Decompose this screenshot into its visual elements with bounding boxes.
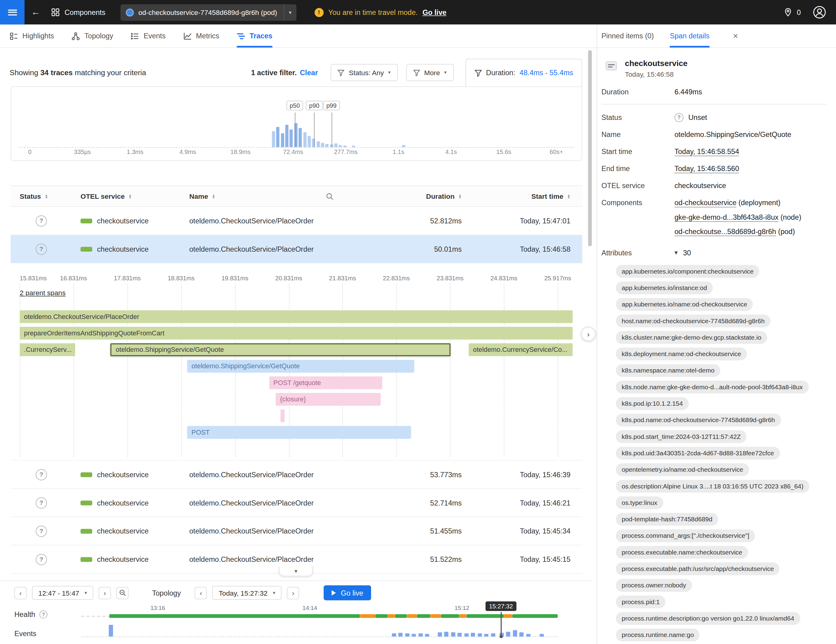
vertical-scrollbar[interactable] bbox=[588, 50, 592, 246]
timeline-chart[interactable]: 13:1614:1415:12 15:27:32 bbox=[81, 602, 558, 643]
tab-pinned-items[interactable]: Pinned items (0) bbox=[601, 24, 654, 47]
attribute-pill[interactable]: app.kubernetes.io/component:checkoutserv… bbox=[616, 265, 759, 278]
attribute-pill[interactable]: process.pid:1 bbox=[616, 596, 666, 608]
attribute-pill[interactable]: process.runtime.name:go bbox=[616, 628, 700, 641]
clear-filters-link[interactable]: Clear bbox=[300, 68, 318, 77]
trace-duration-cell: 50.01ms bbox=[359, 245, 466, 253]
trace-table-row[interactable]: ?checkoutserviceoteldemo.CheckoutService… bbox=[11, 207, 582, 235]
attribute-pill[interactable]: k8s.cluster.name:gke-demo-dev.gcp.stacks… bbox=[616, 331, 767, 344]
attribute-pill[interactable]: pod-template-hash:77458d689d bbox=[616, 513, 718, 526]
column-header-duration[interactable]: Duration ▲▼ bbox=[359, 192, 466, 200]
sort-icon[interactable]: ▲▼ bbox=[567, 193, 570, 199]
attribute-pill[interactable]: k8s.pod.ip:10.1.2.154 bbox=[616, 397, 689, 410]
panel-collapse-button[interactable]: › bbox=[581, 327, 596, 341]
timestamp-dropdown[interactable]: Today, 15:27:32 ▾ bbox=[212, 586, 282, 600]
chevron-down-icon[interactable]: ▾ bbox=[674, 248, 678, 258]
timestamp-prev-button[interactable]: ‹ bbox=[195, 587, 207, 599]
gantt-span[interactable]: oteldemo.ShippingService/GetQuote bbox=[187, 360, 414, 373]
gantt-span[interactable] bbox=[281, 409, 285, 422]
attribute-pill[interactable]: os.description:Alpine Linux 3....t 18 03… bbox=[616, 480, 810, 493]
gantt-time-label: 15.831ms bbox=[20, 275, 47, 282]
parent-spans-link[interactable]: 2 parent spans bbox=[20, 289, 66, 297]
sort-icon[interactable]: ▲▼ bbox=[45, 193, 48, 199]
pod-selector-dropdown[interactable]: od-checkoutservice-77458d689d-g8r6h (pod… bbox=[120, 4, 296, 20]
time-range-next-button[interactable]: › bbox=[99, 587, 111, 599]
tab-topology[interactable]: Topology bbox=[72, 24, 113, 47]
duration-histogram[interactable]: p50p90p99 0335µs1.3ms4.9ms18.9ms72.4ms27… bbox=[11, 86, 582, 161]
gantt-span[interactable]: oteldemo.CheckoutService/PlaceOrder bbox=[20, 310, 573, 323]
attribute-pill[interactable]: process.executable.name:checkoutservice bbox=[616, 546, 748, 559]
attribute-pill[interactable]: host.name:od-checkoutservice-77458d689d-… bbox=[616, 315, 771, 328]
trace-table-row[interactable]: ?checkoutserviceoteldemo.CheckoutService… bbox=[11, 460, 582, 489]
status-filter-dropdown[interactable]: Status: Any ▾ bbox=[331, 64, 397, 81]
gantt-span[interactable]: prepareOrderItemsAndShippingQuoteFromCar… bbox=[20, 327, 573, 340]
attribute-pill[interactable]: app.kubernetes.io/name:od-checkoutservic… bbox=[616, 298, 753, 311]
attribute-pill[interactable]: process.owner:nobody bbox=[616, 579, 692, 592]
tab-metrics[interactable]: Metrics bbox=[183, 24, 219, 47]
attribute-pill[interactable]: process.command_args:["./checkoutservice… bbox=[616, 529, 755, 542]
back-button[interactable]: ← bbox=[24, 7, 47, 18]
column-header-otel-service[interactable]: OTEL service ▲▼ bbox=[71, 192, 181, 200]
user-avatar[interactable] bbox=[813, 5, 826, 20]
column-header-start-time[interactable]: Start time ▲▼ bbox=[466, 192, 582, 200]
attribute-pill[interactable]: k8s.deployment.name:od-checkoutservice bbox=[616, 347, 747, 360]
sort-icon[interactable]: ▲▼ bbox=[129, 193, 132, 199]
go-live-button[interactable]: Go live bbox=[324, 585, 371, 600]
attribute-pill[interactable]: k8s.pod.name:od-checkoutservice-77458d68… bbox=[616, 414, 781, 426]
menu-button[interactable] bbox=[0, 0, 24, 24]
close-icon[interactable]: × bbox=[733, 24, 738, 47]
column-header-status[interactable]: Status ▲▼ bbox=[11, 192, 71, 200]
column-label: Duration bbox=[426, 192, 454, 200]
help-icon[interactable]: ? bbox=[39, 611, 47, 618]
chevron-down-icon: ▾ bbox=[273, 590, 275, 596]
time-range-dropdown[interactable]: 12:47 - 15:47 ▾ bbox=[32, 586, 93, 600]
gantt-time-label: 16.831ms bbox=[60, 275, 87, 282]
gantt-span[interactable]: POST /getquote bbox=[269, 377, 382, 389]
end-time-link[interactable]: Today, 15:46:58.560 bbox=[674, 165, 739, 173]
attribute-pill[interactable]: process.runtime.description:go version g… bbox=[616, 612, 800, 625]
search-icon[interactable] bbox=[326, 192, 334, 200]
tab-events[interactable]: Events bbox=[131, 24, 166, 47]
axis-tick-label: 4.1s bbox=[446, 149, 457, 155]
sort-icon[interactable]: ▲▼ bbox=[458, 193, 462, 199]
more-filters-dropdown[interactable]: More ▾ bbox=[406, 64, 454, 81]
attribute-pill[interactable]: k8s.node.name:gke-gke-demo-d...ault-node… bbox=[616, 381, 808, 393]
trace-table-row[interactable]: ?checkoutserviceoteldemo.CheckoutService… bbox=[11, 517, 582, 545]
go-live-link[interactable]: Go live bbox=[423, 8, 447, 16]
tab-span-details[interactable]: Span details bbox=[670, 24, 709, 47]
start-time-link[interactable]: Today, 15:46:58.554 bbox=[674, 148, 739, 156]
gantt-span[interactable]: .CurrencyServ... bbox=[20, 343, 75, 356]
event-bar bbox=[398, 633, 403, 636]
pin-icon[interactable] bbox=[784, 8, 794, 17]
gantt-span[interactable]: oteldemo.CurrencyService/Co... bbox=[469, 343, 572, 356]
tab-traces[interactable]: Traces bbox=[237, 24, 273, 47]
duration-filter[interactable]: Duration: 48.4ms - 55.4ms bbox=[465, 59, 582, 86]
attribute-pill[interactable]: app.kubernetes.io/instance:od bbox=[616, 282, 713, 294]
histogram-plot[interactable]: p50p90p99 bbox=[19, 87, 574, 148]
component-links: od-checkoutservice (deployment)gke-gke-d… bbox=[674, 198, 801, 241]
attribute-pill[interactable]: opentelemetry.io/name:od-checkoutservice bbox=[616, 463, 749, 476]
gantt-span[interactable]: oteldemo.ShippingService/GetQuote bbox=[111, 343, 451, 356]
zoom-out-button[interactable] bbox=[116, 587, 129, 599]
attribute-pill[interactable]: k8s.namespace.name:otel-demo bbox=[616, 364, 720, 377]
chevron-down-icon[interactable]: ▾ bbox=[283, 4, 296, 20]
trace-table-row[interactable]: ?checkoutserviceoteldemo.CheckoutService… bbox=[11, 235, 582, 263]
trace-service-cell: checkoutservice bbox=[71, 217, 181, 225]
trace-table-row[interactable]: ?checkoutserviceoteldemo.CheckoutService… bbox=[11, 489, 582, 517]
component-link[interactable]: gke-gke-demo-d...3bf643a8-i8ux bbox=[674, 214, 779, 222]
sort-icon[interactable]: ▲▼ bbox=[212, 193, 215, 199]
component-link[interactable]: od-checkoutservice bbox=[674, 199, 736, 207]
gantt-span[interactable]: {closure} bbox=[276, 393, 381, 406]
components-nav-button[interactable]: Components bbox=[51, 8, 105, 16]
attribute-pill[interactable]: k8s.pod.uid:3a430351-2cda-4d67-8d88-318f… bbox=[616, 447, 780, 460]
tab-highlights[interactable]: Highlights bbox=[10, 24, 54, 47]
attribute-pill[interactable]: os.type:linux bbox=[616, 496, 663, 509]
timestamp-next-button[interactable]: › bbox=[287, 587, 299, 599]
gantt-span[interactable]: POST bbox=[187, 426, 411, 439]
attribute-pill[interactable]: process.executable.path:/usr/src/app/che… bbox=[616, 562, 780, 575]
component-link[interactable]: od-checkoutse...58d689d-g8r6h bbox=[674, 228, 776, 236]
time-range-prev-button[interactable]: ‹ bbox=[14, 587, 26, 599]
attribute-pill[interactable]: k8s.pod.start_time:2024-03-12T11:57:42Z bbox=[616, 430, 747, 443]
collapse-trace-button[interactable]: ▾ bbox=[279, 566, 313, 576]
column-header-name[interactable]: Name ▲▼ bbox=[181, 192, 359, 200]
